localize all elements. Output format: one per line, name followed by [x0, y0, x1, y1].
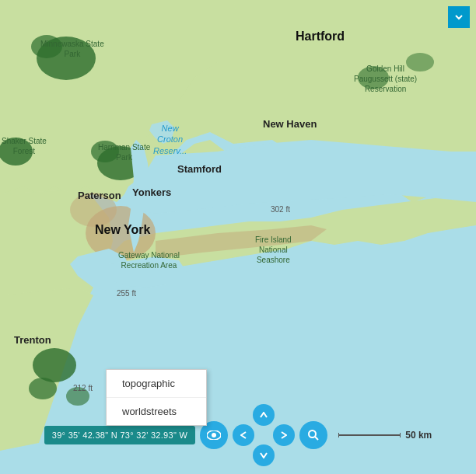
arrow-left-icon [240, 431, 247, 439]
layer-topographic[interactable]: topographic [107, 370, 206, 398]
bottom-toolbar: 39° 35' 42.38" N 73° 32' 32.93" W [0, 404, 476, 466]
chevron-down-icon [454, 12, 464, 22]
svg-point-10 [406, 53, 434, 71]
nav-up-button[interactable] [253, 404, 275, 426]
svg-point-7 [29, 378, 57, 399]
coordinates-display: 39° 35' 42.38" N 73° 32' 32.93" W [44, 426, 195, 444]
collapse-button[interactable] [448, 6, 470, 28]
scale-bar: 50 km [338, 430, 432, 441]
svg-point-6 [33, 348, 76, 382]
svg-point-12 [70, 193, 117, 227]
arrow-down-icon [260, 452, 268, 458]
arrow-right-icon [281, 431, 287, 439]
nav-left-button[interactable] [233, 424, 254, 446]
svg-line-16 [315, 437, 318, 440]
navigation-cluster [233, 404, 295, 466]
nav-right-button[interactable] [273, 424, 295, 446]
svg-point-2 [31, 35, 62, 58]
search-icon [307, 429, 320, 441]
scale-label: 50 km [405, 430, 432, 441]
layer-worldstreets[interactable]: worldstreets [107, 398, 206, 425]
search-button[interactable] [299, 421, 327, 449]
layer-switcher-panel: topographic worldstreets [106, 369, 207, 426]
svg-point-15 [309, 430, 316, 437]
scale-line [338, 434, 401, 436]
svg-point-8 [66, 387, 89, 406]
svg-point-14 [212, 433, 216, 437]
svg-point-5 [0, 138, 33, 166]
arrow-up-icon [260, 412, 268, 418]
svg-point-4 [91, 141, 119, 162]
nav-down-button[interactable] [253, 444, 275, 466]
eye-icon [207, 430, 221, 440]
svg-point-9 [358, 66, 389, 89]
map-background [0, 0, 476, 474]
map-container: Hartford New Haven Stamford New York Yon… [0, 0, 476, 474]
